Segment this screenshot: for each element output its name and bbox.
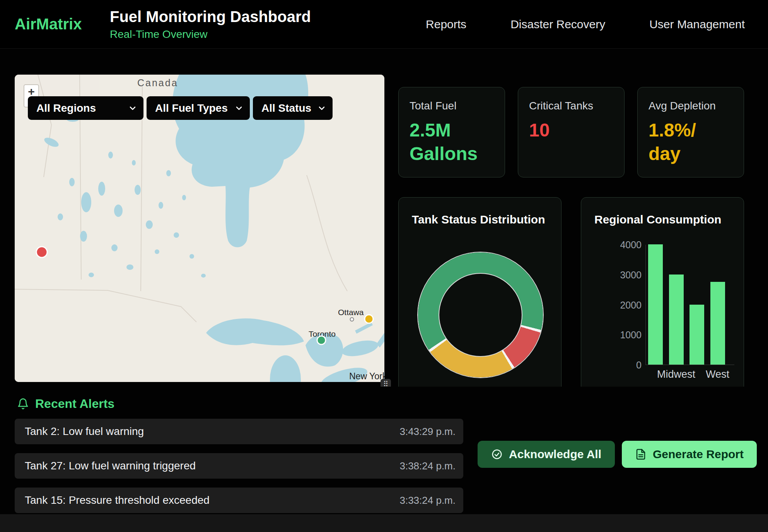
map-label-ottawa: Ottawa — [338, 308, 364, 317]
alert-timestamp: 3:38:24 p.m. — [399, 460, 456, 472]
alert-row[interactable]: Tank 2: Low fuel warning 3:43:29 p.m. — [15, 419, 463, 444]
stat-value: 1.8%/ day — [649, 118, 733, 166]
map-canvas[interactable]: Canada Ottawa Toronto New York — [15, 75, 384, 382]
bar-y-axis: 40003000200010000 — [615, 245, 642, 365]
marker-yellow[interactable] — [365, 315, 373, 323]
regional-consumption-card: Regional Consumption 40003000200010000 M… — [581, 197, 744, 414]
map-label-country: Canada — [137, 77, 178, 88]
page-title: Fuel Monitoring Dashboard — [110, 8, 311, 26]
stat-label: Critical Tanks — [529, 100, 613, 112]
fuel-type-filter-label: All Fuel Types — [155, 102, 228, 114]
bar — [669, 275, 684, 365]
donut-hole — [439, 273, 522, 357]
stat-label: Total Fuel — [410, 100, 494, 112]
app-header: AirMatrix Fuel Monitoring Dashboard Real… — [0, 0, 768, 49]
generate-report-label: Generate Report — [653, 448, 744, 461]
alert-message: Tank 27: Low fuel warning triggered — [25, 460, 196, 472]
stat-card-critical-tanks: Critical Tanks 10 — [518, 87, 625, 177]
generate-report-button[interactable]: Generate Report — [622, 441, 757, 468]
app-logo[interactable]: AirMatrix — [15, 15, 96, 33]
y-tick-label: 1000 — [615, 329, 642, 341]
stat-value-line2: Gallons — [410, 142, 494, 165]
tank-status-card: Tank Status Distribution — [398, 197, 561, 414]
regional-consumption-title: Regional Consumption — [594, 213, 721, 226]
nav-item-user-management[interactable]: User Management — [649, 18, 745, 31]
chevron-down-icon — [128, 104, 137, 113]
map-panel: Canada Ottawa Toronto New York + All Reg… — [15, 75, 384, 382]
bar-x-label: Midwest — [657, 368, 695, 380]
stat-value-line1: 2.5M — [410, 118, 494, 142]
y-tick-label: 0 — [615, 360, 642, 371]
bar — [710, 282, 725, 365]
tank-status-donut — [418, 252, 543, 377]
nav-item-reports[interactable]: Reports — [426, 18, 466, 31]
ottawa-town-dot — [350, 318, 354, 321]
bar-plot: MidwestWest — [645, 245, 734, 365]
marker-red[interactable] — [36, 247, 47, 257]
stat-label: Avg Depletion — [649, 100, 733, 112]
stat-value-line2: day — [649, 142, 733, 165]
alert-list: Tank 2: Low fuel warning 3:43:29 p.m. Ta… — [15, 419, 463, 522]
bar — [648, 244, 663, 365]
acknowledge-all-button[interactable]: Acknowledge All — [478, 441, 615, 468]
alert-message: Tank 2: Low fuel warning — [25, 425, 144, 438]
bar-x-label: West — [706, 368, 729, 380]
regions-filter-label: All Regions — [36, 102, 96, 114]
marker-green[interactable] — [317, 336, 326, 344]
acknowledge-all-label: Acknowledge All — [509, 448, 601, 461]
footer-strip — [0, 514, 768, 532]
alert-timestamp: 3:43:29 p.m. — [399, 426, 456, 438]
map-label-new-york: New York — [349, 371, 384, 381]
bar — [689, 305, 704, 365]
page-subtitle: Real-Time Overview — [110, 28, 311, 41]
check-circle-icon — [491, 448, 503, 460]
stat-value-line1: 1.8%/ — [649, 118, 733, 142]
stat-value: 2.5M Gallons — [410, 118, 494, 166]
regions-filter-select[interactable]: All Regions — [28, 96, 143, 120]
fuel-type-filter-select[interactable]: All Fuel Types — [147, 96, 250, 120]
charts-row: Tank Status Distribution Regional Consum… — [398, 197, 744, 414]
stat-value: 10 — [529, 118, 613, 142]
stats-row: Total Fuel 2.5M Gallons Critical Tanks 1… — [398, 87, 744, 177]
chevron-down-icon — [234, 104, 244, 113]
map-filters: All Regions All Fuel Types All Status — [28, 96, 333, 120]
document-icon — [635, 448, 647, 460]
alert-row[interactable]: Tank 27: Low fuel warning triggered 3:38… — [15, 453, 463, 479]
alerts-title: Recent Alerts — [35, 397, 114, 411]
alerts-header: Recent Alerts — [17, 397, 114, 411]
title-block: Fuel Monitoring Dashboard Real-Time Over… — [110, 8, 311, 41]
stat-value-line1: 10 — [529, 118, 613, 142]
alert-row[interactable]: Tank 15: Pressure threshold exceeded 3:3… — [15, 488, 463, 513]
y-tick-label: 3000 — [615, 269, 642, 280]
bell-icon — [17, 398, 29, 410]
tank-status-title: Tank Status Distribution — [412, 213, 545, 226]
stat-card-avg-depletion: Avg Depletion 1.8%/ day — [637, 87, 744, 177]
nav-item-disaster-recovery[interactable]: Disaster Recovery — [510, 18, 605, 31]
main-nav: Reports Disaster Recovery User Managemen… — [426, 18, 745, 31]
chevron-down-icon — [317, 104, 326, 113]
stat-card-total-fuel: Total Fuel 2.5M Gallons — [398, 87, 505, 177]
main-content: Canada Ottawa Toronto New York + All Reg… — [0, 49, 768, 532]
status-filter-select[interactable]: All Status — [253, 96, 333, 120]
y-tick-label: 2000 — [615, 299, 642, 310]
status-filter-label: All Status — [261, 102, 311, 114]
y-tick-label: 4000 — [615, 239, 642, 251]
alerts-section: Recent Alerts Tank 2: Low fuel warning 3… — [0, 387, 768, 532]
alert-timestamp: 3:33:24 p.m. — [399, 494, 456, 506]
alert-message: Tank 15: Pressure threshold exceeded — [25, 494, 210, 506]
